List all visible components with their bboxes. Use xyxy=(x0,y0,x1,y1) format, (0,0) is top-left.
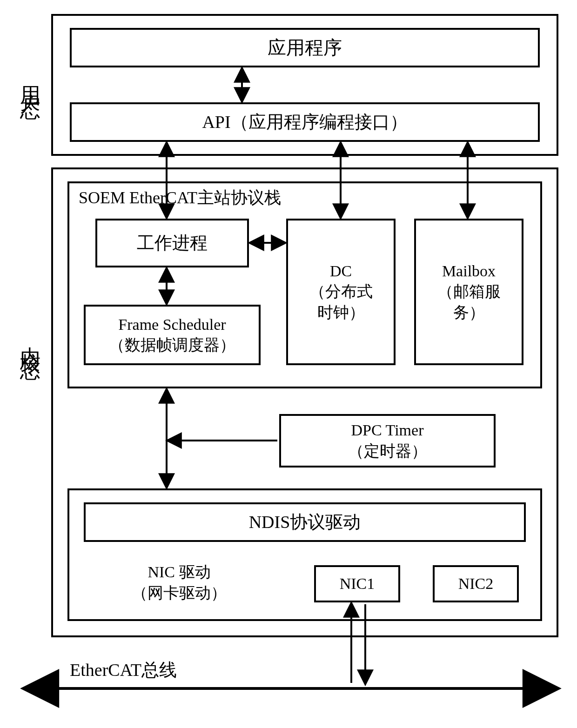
label-user-mode: 用户态 xyxy=(18,70,42,89)
dc-l2: （分布式 xyxy=(309,281,373,302)
mailbox-l2: （邮箱服 xyxy=(437,281,501,302)
work-process-box: 工作进程 xyxy=(95,219,249,267)
mailbox-l3: 务） xyxy=(437,302,501,323)
dc-l1: DC xyxy=(309,261,373,281)
app-box: 应用程序 xyxy=(70,28,540,67)
diagram-root: 用户态 内核态 应用程序 API（应用程序编程接口） SOEM EtherCAT… xyxy=(9,9,568,719)
nic1-box: NIC1 xyxy=(314,565,400,602)
nic-driver-l2: （网卡驱动） xyxy=(132,583,227,603)
dpc-timer-box: DPC Timer （定时器） xyxy=(279,414,496,468)
nic-driver-label: NIC 驱动 （网卡驱动） xyxy=(91,556,268,609)
nic-driver-l1: NIC 驱动 xyxy=(132,562,227,582)
frame-scheduler-l2: （数据帧调度器） xyxy=(109,335,235,355)
frame-scheduler-box: Frame Scheduler （数据帧调度器） xyxy=(84,305,261,365)
dpc-l2: （定时器） xyxy=(348,441,427,461)
nic2-box: NIC2 xyxy=(433,565,519,602)
dc-l3: 时钟） xyxy=(309,302,373,323)
frame-scheduler-l1: Frame Scheduler xyxy=(109,314,235,335)
label-kernel-mode: 内核态 xyxy=(18,330,42,350)
soem-stack-title: SOEM EtherCAT主站协议栈 xyxy=(79,187,281,209)
dc-box: DC （分布式 时钟） xyxy=(286,219,396,365)
bus-label: EtherCAT总线 xyxy=(70,658,177,682)
ndis-box: NDIS协议驱动 xyxy=(84,502,526,542)
api-box: API（应用程序编程接口） xyxy=(70,102,540,142)
mailbox-l1: Mailbox xyxy=(437,261,501,281)
dpc-l1: DPC Timer xyxy=(348,420,427,441)
mailbox-box: Mailbox （邮箱服 务） xyxy=(414,219,523,365)
